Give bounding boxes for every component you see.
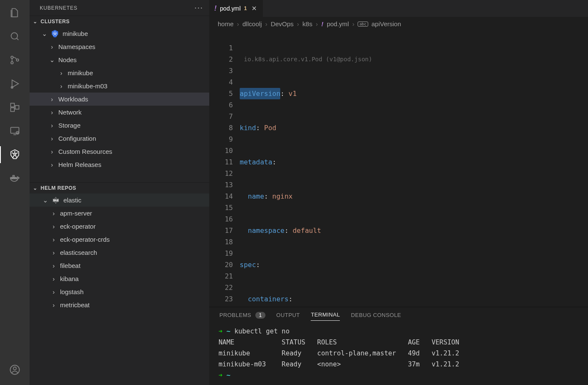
close-icon[interactable]: ✕ [250, 5, 258, 12]
terminal-view[interactable]: ➜ ~ kubectl get no NAME STATUS ROLES AGE… [209, 323, 588, 385]
tree-item-workloads[interactable]: › Workloads [30, 93, 209, 106]
activity-bar [0, 0, 30, 385]
svg-point-3 [16, 59, 19, 61]
explorer-icon[interactable] [7, 5, 22, 20]
sidebar-title: KUBERNETES ··· [30, 0, 209, 16]
section-clusters[interactable]: ⌄ CLUSTERS [30, 16, 209, 27]
extensions-icon[interactable] [7, 100, 22, 115]
tree-label: Custom Resources [58, 148, 112, 155]
svg-point-1 [11, 56, 13, 58]
chevron-right-icon: › [51, 288, 57, 295]
svg-rect-14 [13, 175, 14, 177]
tree-item-node-minikube[interactable]: › minikube [30, 66, 209, 79]
accounts-icon[interactable] [7, 362, 22, 377]
tree-label: Storage [58, 122, 81, 129]
chevron-down-icon: ⌄ [32, 185, 38, 191]
breadcrumb-symbol[interactable]: apiVersion [372, 20, 401, 27]
tab-pod-yml[interactable]: ! pod.yml 1 ✕ [209, 0, 263, 17]
chevron-right-icon: › [51, 210, 57, 217]
tree-item-configuration[interactable]: › Configuration [30, 132, 209, 145]
helm-chart-item[interactable]: ›kibana [30, 272, 209, 285]
section-helm-repos[interactable]: ⌄ HELM REPOS [30, 182, 209, 194]
tree-label: metricbeat [60, 301, 90, 309]
code-content[interactable]: io.k8s.api.core.v1.Pod (v1@pod.json) api… [240, 31, 588, 307]
chevron-right-icon: › [297, 20, 299, 27]
helm-chart-item[interactable]: ›eck-operator [30, 220, 209, 233]
section-helm-label: HELM REPOS [41, 185, 76, 191]
search-icon[interactable] [7, 29, 22, 44]
cluster-minikube[interactable]: ⌄ minikube [30, 27, 209, 40]
more-actions-icon[interactable]: ··· [194, 3, 203, 12]
tree-item-storage[interactable]: › Storage [30, 119, 209, 132]
tree-label: filebeat [60, 262, 80, 269]
svg-rect-5 [11, 103, 14, 107]
tree-label: Nodes [58, 56, 77, 63]
tree-item-namespaces[interactable]: › Namespaces [30, 40, 209, 53]
tab-modified-indicator: 1 [244, 5, 247, 11]
chevron-right-icon: › [49, 109, 55, 116]
tree-item-node-minikube-m03[interactable]: › minikube-m03 [30, 79, 209, 93]
chevron-right-icon: › [51, 236, 57, 243]
chevron-right-icon: › [49, 161, 55, 168]
tree-label: elasticsearch [60, 249, 97, 256]
prompt-arrow-icon: ➜ [219, 371, 222, 379]
tree-label: Configuration [58, 135, 96, 142]
breadcrumb[interactable]: home› dllcoolj› DevOps› k8s› ! pod.yml› … [209, 17, 588, 31]
helm-repo-elastic[interactable]: ⌄ HELM elastic [30, 194, 209, 207]
kubernetes-icon[interactable] [7, 147, 22, 162]
helm-chart-item[interactable]: ›apm-server [30, 207, 209, 220]
tree-item-custom-resources[interactable]: › Custom Resources [30, 145, 209, 158]
tree-item-nodes[interactable]: ⌄ Nodes [30, 53, 209, 66]
panel-tabs: PROBLEMS 1 OUTPUT TERMINAL DEBUG CONSOLE [209, 307, 588, 323]
chevron-right-icon: › [58, 82, 64, 90]
helm-chart-item[interactable]: ›metricbeat [30, 298, 209, 311]
terminal-output: NAME STATUS ROLES AGE VERSION [219, 339, 459, 346]
panel-tab-output[interactable]: OUTPUT [276, 312, 300, 321]
sidebar-title-label: KUBERNETES [40, 5, 77, 11]
panel-tab-terminal[interactable]: TERMINAL [311, 311, 340, 321]
helm-chart-item[interactable]: ›elasticsearch [30, 246, 209, 259]
run-debug-icon[interactable] [7, 76, 22, 91]
chevron-right-icon: › [51, 275, 57, 282]
code-editor[interactable]: 1234 5678 9101112 13141516 17181920 2122… [209, 31, 588, 307]
chevron-right-icon: › [49, 96, 55, 103]
chevron-right-icon: › [265, 20, 267, 27]
terminal-output: minikube Ready control-plane,master 49d … [219, 350, 459, 357]
tree-label: eck-operator [60, 223, 96, 230]
chevron-right-icon: › [316, 20, 318, 27]
source-control-icon[interactable] [7, 52, 22, 68]
tree-item-network[interactable]: › Network [30, 106, 209, 119]
chevron-right-icon: › [51, 262, 57, 269]
panel-tab-problems[interactable]: PROBLEMS 1 [219, 312, 265, 321]
helm-chart-item[interactable]: ›eck-operator-crds [30, 233, 209, 246]
yaml-file-icon: ! [321, 20, 323, 27]
breadcrumb-segment[interactable]: k8s [303, 20, 312, 27]
breadcrumb-segment[interactable]: dllcoolj [243, 20, 262, 27]
tree-item-helm-releases[interactable]: › Helm Releases [30, 158, 209, 171]
helm-tree: ⌄ HELM elastic ›apm-server ›eck-operator… [30, 194, 209, 311]
panel-tab-debug-console[interactable]: DEBUG CONSOLE [351, 312, 401, 321]
chevron-right-icon: › [49, 43, 55, 50]
breadcrumb-segment[interactable]: DevOps [271, 20, 293, 27]
helm-chart-item[interactable]: ›filebeat [30, 259, 209, 272]
helm-repo-label: elastic [63, 197, 82, 204]
chevron-down-icon: ⌄ [32, 19, 38, 25]
sidebar-panel: KUBERNETES ··· ⌄ CLUSTERS ⌄ minikube › N… [30, 0, 209, 385]
tree-label: minikube-m03 [68, 82, 107, 90]
svg-text:HELM: HELM [53, 199, 59, 202]
chevron-right-icon: › [58, 69, 64, 76]
chevron-right-icon: › [51, 249, 57, 256]
terminal-output: minikube-m03 Ready <none> 37m v1.21.2 [219, 360, 459, 368]
chevron-down-icon: ⌄ [49, 56, 55, 64]
chevron-right-icon: › [49, 135, 55, 142]
chevron-right-icon: › [51, 223, 57, 230]
breadcrumb-segment[interactable]: home [218, 20, 234, 27]
svg-point-10 [14, 153, 16, 156]
svg-rect-7 [15, 106, 19, 109]
cluster-label: minikube [63, 30, 88, 37]
helm-chart-item[interactable]: ›logstash [30, 285, 209, 298]
breadcrumb-file[interactable]: pod.yml [327, 20, 349, 27]
docker-icon[interactable] [7, 171, 22, 186]
remote-explorer-icon[interactable] [7, 123, 22, 139]
clusters-tree: ⌄ minikube › Namespaces ⌄ Nodes › miniku… [30, 27, 209, 171]
